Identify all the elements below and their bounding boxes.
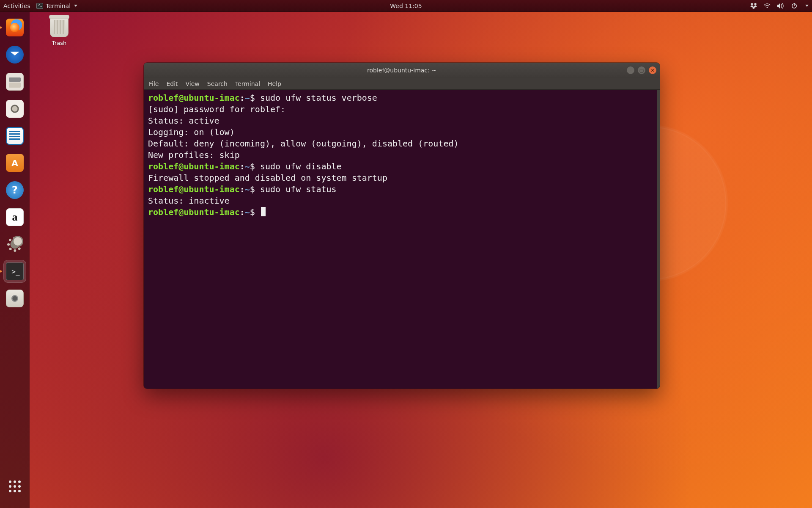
menu-help[interactable]: Help: [268, 80, 281, 87]
dock-item-screenshot[interactable]: [3, 287, 26, 310]
chevron-down-icon: [74, 5, 77, 7]
settings-icon: [5, 235, 24, 254]
desktop-icon-trash[interactable]: Trash: [40, 17, 78, 46]
menu-bar: File Edit View Search Terminal Help: [144, 78, 660, 90]
writer-icon: [6, 127, 24, 145]
window-title: roblef@ubuntu-imac: ~: [367, 67, 436, 74]
menu-search[interactable]: Search: [207, 80, 228, 87]
rhythmbox-icon: [6, 100, 24, 118]
menu-view[interactable]: View: [186, 80, 200, 87]
show-applications-button[interactable]: [3, 475, 26, 498]
files-icon: [6, 73, 24, 91]
clock[interactable]: Wed 11:05: [390, 3, 422, 9]
terminal-output-line: Status: active: [148, 115, 653, 127]
window-titlebar[interactable]: roblef@ubuntu-imac: ~ – ▢ ✕: [144, 63, 660, 78]
terminal-output-line: Logging: on (low): [148, 127, 653, 138]
dock-item-thunderbird[interactable]: [3, 43, 26, 66]
app-menu-label: Terminal: [46, 3, 71, 9]
dock-item-help[interactable]: [3, 179, 26, 202]
dock-item-libreoffice-writer[interactable]: [3, 124, 26, 147]
app-menu[interactable]: Terminal: [36, 3, 77, 9]
amazon-icon: [6, 208, 24, 226]
terminal-prompt-line: roblef@ubuntu-imac:~$: [148, 207, 653, 218]
terminal-output-line: [sudo] password for roblef:: [148, 104, 653, 115]
menu-edit[interactable]: Edit: [166, 80, 178, 87]
power-icon[interactable]: [791, 3, 798, 9]
terminal-body[interactable]: roblef@ubuntu-imac:~$ sudo ufw status ve…: [144, 90, 660, 389]
menu-file[interactable]: File: [149, 80, 159, 87]
terminal-prompt-line: roblef@ubuntu-imac:~$ sudo ufw disable: [148, 161, 653, 172]
svg-rect-2: [794, 3, 795, 6]
volume-icon[interactable]: [777, 3, 784, 9]
trash-icon: [50, 17, 69, 37]
terminal-output-line: New profiles: skip: [148, 149, 653, 161]
top-panel: Activities Terminal Wed 11:05: [0, 0, 812, 12]
svg-point-0: [767, 7, 768, 8]
window-maximize-button[interactable]: ▢: [638, 66, 645, 74]
terminal-output-line: Default: deny (incoming), allow (outgoin…: [148, 138, 653, 149]
system-status-area[interactable]: [750, 3, 809, 9]
dock-item-terminal[interactable]: [3, 260, 26, 283]
activities-button[interactable]: Activities: [3, 3, 30, 9]
terminal-output-line: Firewall stopped and disabled on system …: [148, 172, 653, 184]
dropbox-icon[interactable]: [750, 3, 757, 9]
terminal-prompt-line: roblef@ubuntu-imac:~$ sudo ufw status: [148, 184, 653, 195]
terminal-output-line: Status: inactive: [148, 195, 653, 207]
dock-item-settings[interactable]: [3, 233, 26, 256]
chevron-down-icon: [805, 5, 809, 7]
desktop-icon-label: Trash: [40, 40, 78, 46]
firefox-icon: [6, 19, 24, 36]
terminal-cursor: [261, 207, 266, 216]
terminal-icon: [36, 3, 43, 9]
terminal-window: roblef@ubuntu-imac: ~ – ▢ ✕ File Edit Vi…: [144, 63, 660, 389]
network-icon[interactable]: [764, 3, 771, 9]
dock-item-rhythmbox[interactable]: [3, 97, 26, 120]
window-close-button[interactable]: ✕: [649, 66, 656, 74]
dock-item-ubuntu-software[interactable]: [3, 152, 26, 174]
software-icon: [6, 154, 24, 172]
help-icon: [6, 181, 24, 199]
dock: [0, 12, 30, 508]
dock-item-amazon[interactable]: [3, 206, 26, 229]
dock-item-files[interactable]: [3, 70, 26, 93]
menu-terminal[interactable]: Terminal: [235, 80, 260, 87]
window-minimize-button[interactable]: –: [627, 66, 634, 74]
screenshot-icon: [6, 290, 24, 307]
terminal-icon: [6, 262, 24, 280]
dock-item-firefox[interactable]: [3, 16, 26, 39]
thunderbird-icon: [6, 46, 24, 64]
terminal-prompt-line: roblef@ubuntu-imac:~$ sudo ufw status ve…: [148, 92, 653, 104]
